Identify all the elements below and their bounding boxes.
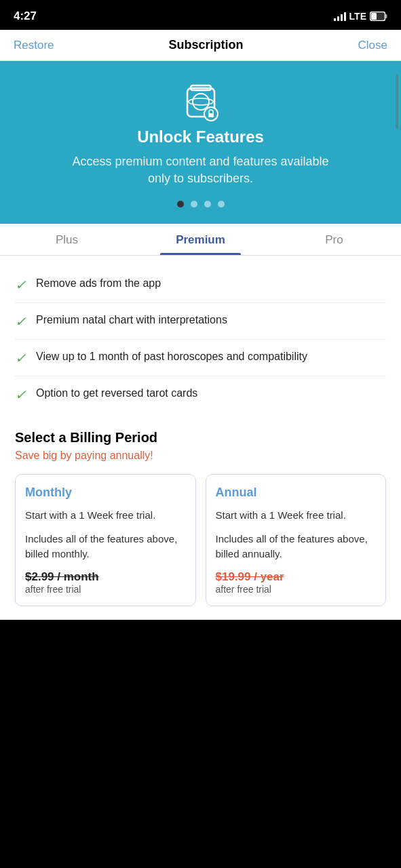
scrollbar[interactable] [396,75,398,129]
lte-label: LTE [349,11,366,22]
billing-cards: Monthly Start with a 1 Week free trial. … [15,474,386,606]
monthly-price: $2.99 / month [25,570,186,584]
feature-text-2: Premium natal chart with interpretations [36,313,227,328]
content-area: ✓ Remove ads from the app ✓ Premium nata… [0,256,401,620]
feature-text-1: Remove ads from the app [36,276,161,291]
feature-item: ✓ View up to 1 month of past horoscopes … [15,340,386,376]
dot-4[interactable] [218,201,225,208]
monthly-after-text: after free trial [25,584,186,595]
billing-save-text: Save big by paying annually! [15,450,386,462]
monthly-card[interactable]: Monthly Start with a 1 Week free trial. … [15,474,196,606]
svg-point-5 [193,94,209,110]
carousel-dots [177,201,225,208]
feature-item: ✓ Remove ads from the app [15,267,386,303]
hero-section: Unlock Features Access premium content a… [0,61,401,224]
dot-3[interactable] [204,201,211,208]
hero-container: Unlock Features Access premium content a… [0,61,401,224]
page-title: Subscription [169,38,244,52]
svg-rect-1 [371,13,377,20]
annual-includes-text: Includes all of the features above, bill… [216,532,377,562]
close-button[interactable]: Close [358,39,387,52]
monthly-card-title: Monthly [25,486,186,500]
dot-1[interactable] [177,201,184,208]
nav-bar: Restore Subscription Close [0,30,401,61]
feature-item: ✓ Premium natal chart with interpretatio… [15,303,386,340]
tab-plus[interactable]: Plus [0,224,134,255]
billing-section: Select a Billing Period Save big by payi… [0,418,401,620]
check-icon-2: ✓ [15,313,26,330]
hero-title: Unlock Features [137,127,264,146]
check-icon-3: ✓ [15,350,26,366]
feature-text-3: View up to 1 month of past horoscopes an… [36,349,307,364]
hero-subtitle: Access premium content and features avai… [65,153,337,187]
svg-rect-2 [385,14,387,18]
status-time: 4:27 [14,9,37,23]
monthly-trial-text: Start with a 1 Week free trial. [25,508,186,524]
signal-bars-icon [334,12,346,21]
check-icon-4: ✓ [15,387,26,403]
check-icon-1: ✓ [15,277,26,293]
annual-trial-text: Start with a 1 Week free trial. [216,508,377,524]
tab-bar: Plus Premium Pro [0,224,401,256]
monthly-includes-text: Includes all of the features above, bill… [25,532,186,562]
tab-premium[interactable]: Premium [134,224,267,255]
annual-after-text: after free trial [216,584,377,595]
unlock-features-icon [177,80,225,127]
tab-pro[interactable]: Pro [267,224,401,255]
status-bar: 4:27 LTE [0,0,401,30]
billing-title: Select a Billing Period [15,430,386,446]
annual-card-title: Annual [216,486,377,500]
feature-text-4: Option to get reversed tarot cards [36,386,197,401]
dot-2[interactable] [191,201,197,208]
feature-item: ✓ Option to get reversed tarot cards [15,376,386,412]
features-list: ✓ Remove ads from the app ✓ Premium nata… [0,256,401,418]
annual-card[interactable]: Annual Start with a 1 Week free trial. I… [206,474,387,606]
annual-price: $19.99 / year [216,570,377,584]
status-icons: LTE [334,11,387,22]
svg-rect-8 [208,113,214,117]
battery-icon [370,12,387,21]
restore-button[interactable]: Restore [14,39,54,52]
